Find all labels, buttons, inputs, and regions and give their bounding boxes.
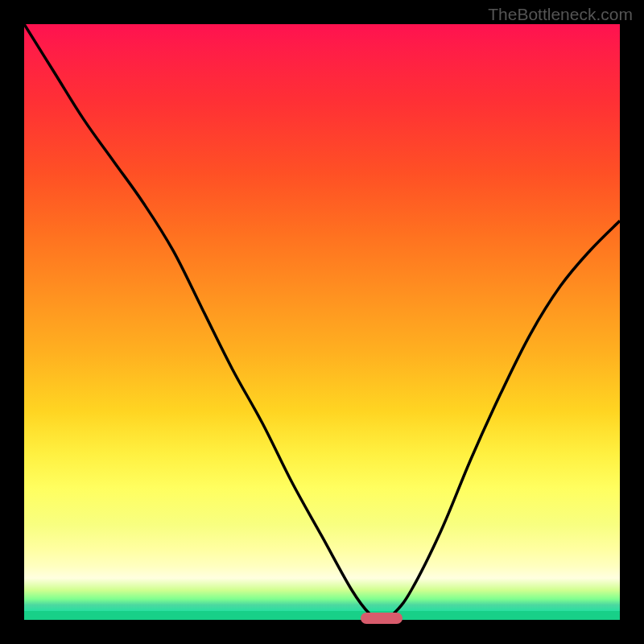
bottleneck-curve-path xyxy=(24,24,620,620)
optimal-marker xyxy=(361,613,402,624)
watermark-text: TheBottleneck.com xyxy=(488,5,633,24)
bottleneck-curve-svg xyxy=(24,24,620,620)
